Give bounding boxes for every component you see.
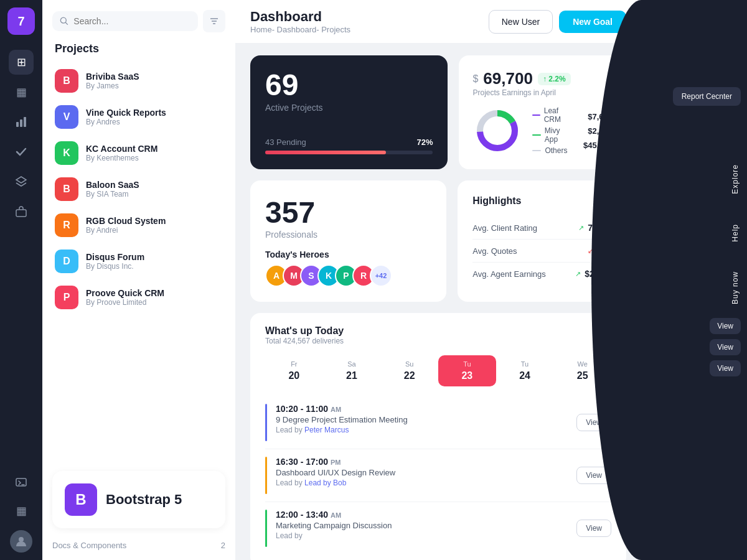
projects-title: Projects: [42, 37, 235, 63]
legend-name: Others: [545, 146, 567, 155]
project-item-vine[interactable]: V Vine Quick Reports By Andres: [42, 99, 235, 135]
trend-icon: ↗: [575, 270, 581, 278]
app-badge[interactable]: 7: [7, 7, 35, 35]
bootstrap-card: B Bootstrap 5: [52, 471, 225, 528]
search-input[interactable]: [73, 16, 190, 26]
nav-dashboard[interactable]: ⊞: [9, 50, 34, 75]
report-button[interactable]: Report Cecnter: [673, 87, 741, 106]
new-goal-button[interactable]: New Goal: [559, 11, 626, 33]
legend-line: [532, 114, 540, 116]
event-content: 10:20 - 11:00 AM 9 Degree Project Estima…: [276, 404, 568, 441]
nav-briefcase[interactable]: [9, 199, 34, 224]
project-info: Vine Quick Reports By Andres: [86, 108, 223, 126]
project-info: Disqus Forum By Disqus Inc.: [86, 252, 223, 271]
day-name: Fr: [291, 360, 297, 368]
legend-line: [532, 150, 541, 151]
nav-grid[interactable]: ▦: [9, 80, 34, 105]
event-name: Dashboard UI/UX Design Review: [276, 468, 568, 477]
day-num: 22: [404, 370, 415, 381]
user-avatar[interactable]: [10, 530, 32, 553]
day-num: 23: [461, 370, 472, 381]
new-user-button[interactable]: New User: [489, 10, 553, 34]
docs-label: Docs & Components: [52, 541, 126, 550]
explore-tab[interactable]: Explore: [723, 156, 747, 203]
cal-day-21[interactable]: Sa21: [323, 355, 381, 386]
day-num: 24: [519, 370, 530, 381]
breadcrumb-area: Dashboard Home- Dashboard- Projects: [250, 9, 489, 34]
cal-day-24[interactable]: Tu24: [496, 355, 554, 386]
main-header: Dashboard Home- Dashboard- Projects New …: [235, 0, 641, 43]
right-panel: Report Cecnter Explore Help Buy now View…: [641, 0, 747, 560]
buynow-tab[interactable]: Buy now: [723, 263, 747, 313]
legend-name: Mivy App: [545, 126, 573, 144]
project-item-briviba[interactable]: B Briviba SaaS By James: [42, 63, 235, 99]
page-title: Dashboard: [250, 9, 489, 25]
project-item-rgb[interactable]: R RGB Cloud System By Andrei: [42, 207, 235, 243]
event-lead-link[interactable]: Peter Marcus: [304, 426, 349, 434]
event-name: Marketing Campaign Discussion: [276, 521, 568, 530]
day-name: Su: [405, 360, 413, 368]
highlights-title: Highlights: [472, 195, 611, 207]
view-button-3[interactable]: View: [710, 360, 741, 376]
cal-day-22[interactable]: Su22: [380, 355, 438, 386]
highlight-label: Avg. Quotes: [472, 246, 517, 256]
project-info: Proove Quick CRM By Proove Limited: [86, 288, 223, 307]
svg-rect-2: [24, 117, 26, 127]
earnings-amount: 69,700: [483, 69, 533, 88]
nav-chart[interactable]: [9, 110, 34, 134]
donut-chart: [472, 106, 522, 156]
nav-grid2[interactable]: ▦: [9, 498, 34, 523]
highlight-row-0: Avg. Client Rating ↗ 7.8 10: [472, 217, 611, 240]
mid-row: 357 Professionals Today's Heroes AMSKPR+…: [250, 180, 626, 302]
project-name: RGB Cloud System: [86, 216, 223, 226]
events-list: 10:20 - 11:00 AM 9 Degree Project Estima…: [265, 396, 611, 554]
projects-list: B Briviba SaaS By James V Vine Quick Rep…: [42, 63, 235, 315]
project-item-disqus[interactable]: D Disqus Forum By Disqus Inc.: [42, 243, 235, 279]
active-projects-card: 69 Active Projects 43 Pending 72%: [250, 55, 448, 169]
cal-day-20[interactable]: Fr20: [265, 355, 323, 386]
event-time: 10:20 - 11:00 AM: [276, 404, 568, 414]
event-view-button-2[interactable]: View: [576, 520, 611, 537]
docs-row[interactable]: Docs & Components 2: [42, 541, 235, 560]
progress-bg: [265, 151, 433, 154]
svg-rect-4: [16, 210, 26, 217]
pct-label: 72%: [416, 138, 433, 147]
event-content: 12:00 - 13:40 AM Marketing Campaign Disc…: [276, 510, 568, 547]
event-lead-link[interactable]: Lead by Bob: [304, 478, 346, 487]
day-num: 21: [346, 370, 357, 381]
projects-panel: Projects B Briviba SaaS By James V Vine …: [42, 0, 235, 560]
cal-day-23[interactable]: Tu23: [438, 355, 496, 386]
project-name: Proove Quick CRM: [86, 288, 223, 298]
view-button-1[interactable]: View: [710, 318, 741, 334]
view-button-2[interactable]: View: [710, 339, 741, 355]
filter-icon: [209, 16, 219, 26]
help-tab[interactable]: Help: [723, 215, 747, 251]
event-item-1: 16:30 - 17:00 PM Dashboard UI/UX Design …: [265, 449, 611, 502]
highlight-row-1: Avg. Quotes ↙ 730: [472, 240, 611, 263]
legend-list: Leaf CRMMivy AppOthers: [532, 106, 573, 155]
active-label: Active Projects: [265, 103, 433, 113]
sidebar-narrow: 7 ⊞ ▦ ▦: [0, 0, 42, 560]
nav-terminal[interactable]: [9, 470, 34, 495]
event-content: 16:30 - 17:00 PM Dashboard UI/UX Design …: [276, 457, 568, 494]
panel-content: Report Cecnter Explore Help Buy now View…: [641, 0, 747, 376]
project-by: By Andrei: [86, 226, 223, 235]
legend-name: Leaf CRM: [544, 106, 573, 124]
search-icon: [60, 16, 68, 26]
whatsup-sub: Total 424,567 deliveries: [265, 337, 611, 345]
dash-body: 69 Active Projects 43 Pending 72%: [235, 43, 641, 560]
nav-layers[interactable]: [9, 169, 34, 194]
currency-sign: $: [472, 73, 478, 85]
project-item-proove[interactable]: P Proove Quick CRM By Proove Limited: [42, 279, 235, 315]
legend-item-0: Leaf CRM: [532, 106, 573, 124]
search-input-wrap[interactable]: [52, 11, 198, 31]
project-logo: V: [55, 105, 78, 129]
nav-check[interactable]: [9, 139, 34, 164]
avatars-more: +42: [370, 264, 392, 287]
event-ampm: AM: [331, 511, 341, 519]
earnings-badge: ↑ 2.2%: [538, 73, 571, 85]
project-logo: D: [55, 250, 78, 273]
project-item-kc[interactable]: K KC Account CRM By Keenthemes: [42, 135, 235, 171]
project-item-baloon[interactable]: B Baloon SaaS By SIA Team: [42, 171, 235, 207]
filter-button[interactable]: [203, 10, 225, 32]
